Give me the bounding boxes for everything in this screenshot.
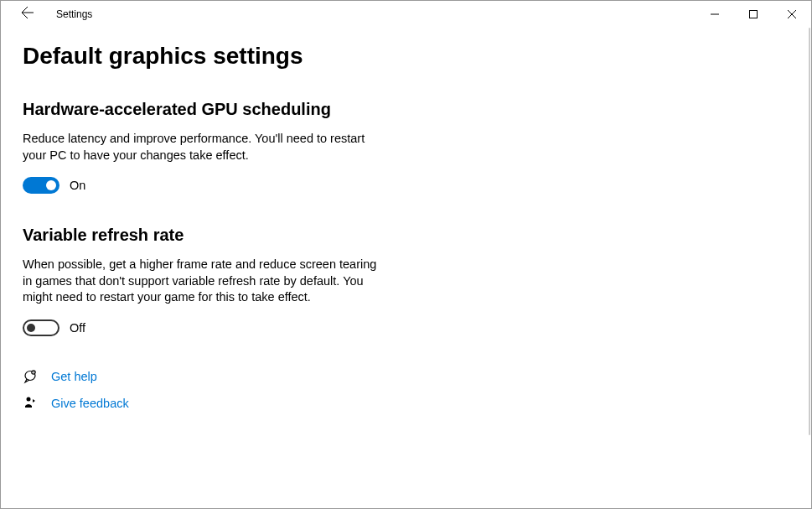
scrollbar-thumb[interactable] xyxy=(809,28,810,435)
gpu-scheduling-toggle-label: On xyxy=(70,179,85,192)
minimize-button[interactable] xyxy=(696,1,734,28)
close-button[interactable] xyxy=(773,1,811,28)
arrow-left-icon xyxy=(21,6,34,23)
variable-refresh-toggle-row: Off xyxy=(23,319,789,336)
give-feedback-link[interactable]: Give feedback xyxy=(23,395,789,412)
page-title: Default graphics settings xyxy=(23,43,789,70)
back-button[interactable] xyxy=(14,1,41,28)
get-help-link[interactable]: ? Get help xyxy=(23,368,789,385)
variable-refresh-toggle-label: Off xyxy=(70,321,85,335)
svg-point-4 xyxy=(27,397,31,401)
help-links: ? Get help Give feedback xyxy=(23,368,789,412)
app-title: Settings xyxy=(56,8,92,20)
gpu-scheduling-description: Reduce latency and improve performance. … xyxy=(23,131,383,164)
window-controls xyxy=(696,1,811,28)
get-help-label: Get help xyxy=(51,370,97,383)
feedback-icon xyxy=(23,395,39,412)
gpu-scheduling-header: Hardware-accelerated GPU scheduling xyxy=(23,100,789,119)
minimize-icon xyxy=(711,7,719,22)
gpu-scheduling-toggle[interactable] xyxy=(23,177,59,194)
close-icon xyxy=(788,7,796,22)
variable-refresh-description: When possible, get a higher frame rate a… xyxy=(23,257,383,306)
svg-rect-0 xyxy=(750,11,758,18)
maximize-icon xyxy=(749,7,758,22)
give-feedback-label: Give feedback xyxy=(51,397,129,410)
variable-refresh-header: Variable refresh rate xyxy=(23,226,789,245)
get-help-icon: ? xyxy=(23,368,39,385)
maximize-button[interactable] xyxy=(734,1,773,28)
scrollbar[interactable] xyxy=(807,28,810,507)
content-area: Default graphics settings Hardware-accel… xyxy=(1,28,811,412)
titlebar: Settings xyxy=(1,1,811,28)
gpu-scheduling-toggle-row: On xyxy=(23,177,789,194)
variable-refresh-toggle[interactable] xyxy=(23,319,59,336)
